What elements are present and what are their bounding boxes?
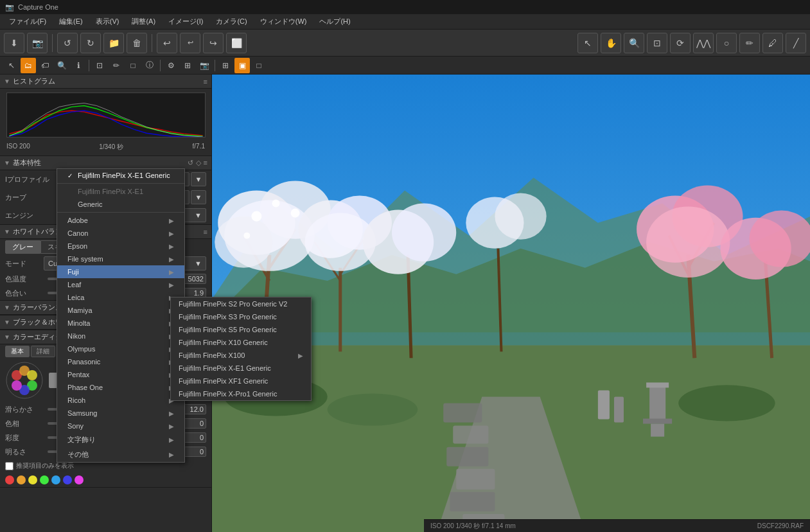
- svg-point-37: [392, 204, 456, 262]
- camera-button[interactable]: 📷: [27, 33, 48, 53]
- menu-view[interactable]: 表示(V): [89, 15, 126, 28]
- copy-icon[interactable]: ◇: [196, 159, 201, 167]
- select-tool[interactable]: ↖: [4, 58, 19, 73]
- pen-tool[interactable]: 🖊: [762, 33, 783, 53]
- menu-edit[interactable]: 編集(E): [53, 15, 89, 28]
- fuji-item-xe1[interactable]: Fujifilm FinePix X-E1 Generic: [171, 362, 311, 375]
- dd-brand-sony[interactable]: Sony ▶: [57, 420, 184, 432]
- dd-brand-ricoh[interactable]: Ricoh ▶: [57, 394, 184, 407]
- camera-tool-2[interactable]: 📷: [197, 58, 212, 73]
- svg-rect-50: [651, 424, 664, 437]
- swatch-cyan[interactable]: [51, 475, 60, 484]
- recommend-label[interactable]: 推奨項目のみを表示: [16, 461, 74, 470]
- dd-brand-phaseone[interactable]: Phase One ▶: [57, 381, 184, 394]
- hand-tool[interactable]: ✋: [601, 33, 621, 53]
- histogram-menu-icon[interactable]: ≡: [204, 78, 207, 85]
- delete-button[interactable]: 🗑: [127, 33, 147, 53]
- open-folder-button[interactable]: 📁: [103, 33, 124, 53]
- swatch-magenta[interactable]: [75, 475, 84, 484]
- ce-tab-basic[interactable]: 基本: [5, 346, 30, 357]
- dd-brand-filesystem[interactable]: File system ▶: [57, 253, 184, 265]
- dd-item-fuji-generic[interactable]: ✓ Fujifilm FinePix X-E1 Generic: [57, 169, 184, 182]
- menu-window[interactable]: ウィンドウ(W): [254, 15, 313, 28]
- dd-brand-minolta[interactable]: Minolta ▶: [57, 317, 184, 330]
- settings-tool[interactable]: ⚙: [163, 58, 179, 73]
- histogram-header[interactable]: ▼ ヒストグラム ≡: [0, 75, 211, 89]
- profile-extra-btn[interactable]: ▼: [191, 172, 206, 186]
- fuji-item-x100[interactable]: Fujifilm FinePix X100 ▶: [171, 349, 311, 362]
- folder-tool[interactable]: 🗂: [21, 58, 36, 73]
- menu-camera[interactable]: カメラ(C): [209, 15, 253, 28]
- dd-brand-mamiya[interactable]: Mamiya ▶: [57, 304, 184, 317]
- import-button[interactable]: ⬇: [4, 33, 24, 53]
- badge-tool[interactable]: ⓘ: [142, 58, 157, 73]
- zoom-tool[interactable]: 🔍: [624, 33, 644, 53]
- wb-tab-gray[interactable]: グレー: [5, 240, 40, 254]
- swatch-blue[interactable]: [63, 475, 72, 484]
- swatch-yellow[interactable]: [28, 475, 37, 484]
- swatch-red[interactable]: [5, 475, 14, 484]
- ce-tab-detail[interactable]: 詳細: [31, 346, 55, 357]
- curve-extra-btn[interactable]: ▼: [191, 190, 206, 204]
- recommend-checkbox[interactable]: [5, 462, 13, 470]
- dd-brand-fuji[interactable]: Fuji ▶: [57, 265, 184, 278]
- fuji-item-s5[interactable]: Fujifilm FinePix S5 Pro Generic: [171, 323, 311, 336]
- undo-button[interactable]: ↺: [57, 33, 78, 53]
- line-tool[interactable]: ╱: [786, 33, 806, 53]
- info-tool[interactable]: ℹ: [71, 58, 86, 73]
- brush-tool-2[interactable]: ✏: [109, 58, 124, 73]
- dd-brand-leica[interactable]: Leica ▶: [57, 291, 184, 304]
- crop-tool-2[interactable]: ⊡: [92, 58, 107, 73]
- tag-tool[interactable]: 🏷: [37, 58, 53, 73]
- dd-brand-adobe[interactable]: Adobe ▶: [57, 214, 184, 227]
- cursor-tool[interactable]: ↖: [577, 33, 598, 53]
- undo3-button[interactable]: ↩: [180, 33, 200, 53]
- dd-brand-panasonic[interactable]: Panasonic ▶: [57, 355, 184, 368]
- rotate-tool[interactable]: ⟳: [670, 33, 691, 53]
- circle-tool[interactable]: ○: [716, 33, 737, 53]
- svg-point-26: [272, 200, 279, 208]
- status-right: DSCF2290.RAF: [757, 522, 804, 529]
- menu-help[interactable]: ヘルプ(H): [313, 15, 357, 28]
- dd-brand-pentax[interactable]: Pentax ▶: [57, 368, 184, 381]
- bw-collapse-icon: ▼: [4, 319, 10, 326]
- grid-tool[interactable]: ⊞: [218, 58, 233, 73]
- menu-image[interactable]: イメージ(I): [162, 15, 209, 28]
- dd-brand-epson[interactable]: Epson ▶: [57, 240, 184, 253]
- fuji-item-x10[interactable]: Fujifilm FinePix X10 Generic: [171, 336, 311, 349]
- dd-brand-canon[interactable]: Canon ▶: [57, 227, 184, 240]
- fuji-item-xpro1[interactable]: Fujifilm FinePix X-Pro1 Generic: [171, 387, 311, 400]
- dd-brand-samsung[interactable]: Samsung ▶: [57, 407, 184, 420]
- fuji-item-s3[interactable]: Fujifilm FinePix S3 Pro Generic: [171, 310, 311, 323]
- brush-tool-btn[interactable]: ✏: [739, 33, 760, 53]
- dd-item-generic[interactable]: Generic: [57, 198, 184, 211]
- reset-icon[interactable]: ↺: [188, 159, 193, 167]
- swatch-orange[interactable]: [17, 475, 26, 484]
- dd-brand-nikon[interactable]: Nikon ▶: [57, 330, 184, 342]
- single-view[interactable]: ▣: [234, 58, 250, 73]
- redo-button[interactable]: ↻: [80, 33, 101, 53]
- redo2-button[interactable]: ↪: [203, 33, 224, 53]
- multi-view[interactable]: □: [251, 58, 267, 73]
- copy-button[interactable]: ⬜: [226, 33, 247, 53]
- fuji-item-s2[interactable]: Fujifilm FinePix S2 Pro Generic V2: [171, 297, 311, 310]
- wb-menu-icon[interactable]: ≡: [204, 228, 207, 236]
- profile-label: Iプロファイル: [5, 175, 57, 184]
- dd-brand-text[interactable]: 文字飾り ▶: [57, 432, 184, 447]
- adjust-tool[interactable]: ⋀⋀: [693, 33, 714, 53]
- fuji-item-xf1[interactable]: Fujifilm FinePix XF1 Generic: [171, 375, 311, 387]
- dd-brand-other[interactable]: その他 ▶: [57, 447, 184, 462]
- histogram-title: ヒストグラム: [13, 76, 55, 86]
- crop-tool-btn[interactable]: ⊡: [647, 33, 667, 53]
- menu-adjust[interactable]: 調整(A): [125, 15, 162, 28]
- layers-tool[interactable]: ⊞: [180, 58, 195, 73]
- dd-brand-leaf[interactable]: Leaf ▶: [57, 278, 184, 291]
- swatch-green[interactable]: [40, 475, 49, 484]
- dd-brand-olympus[interactable]: Olympus ▶: [57, 342, 184, 355]
- basic-menu-icon[interactable]: ≡: [204, 159, 207, 167]
- square-tool[interactable]: □: [125, 58, 141, 73]
- menu-file[interactable]: ファイル(F): [3, 15, 53, 28]
- search-tool[interactable]: 🔍: [54, 58, 69, 73]
- undo2-button[interactable]: ↩: [157, 33, 177, 53]
- dd-separator-2: [57, 212, 184, 213]
